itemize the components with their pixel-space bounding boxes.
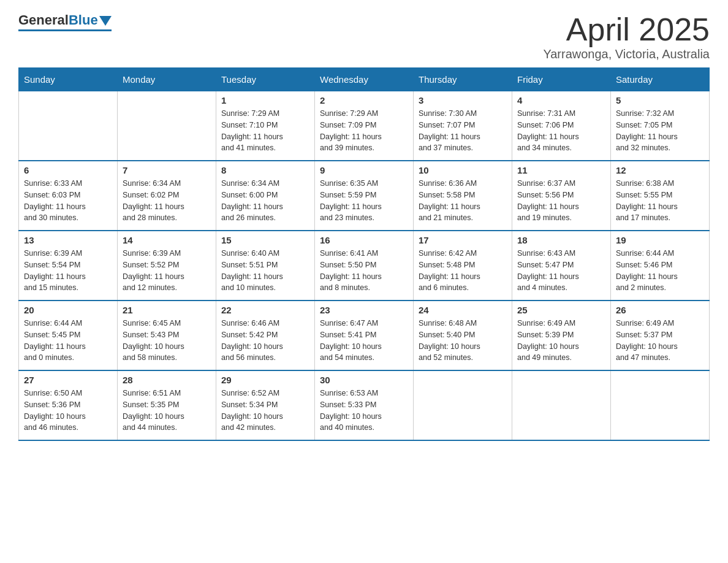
- calendar-cell: 21Sunrise: 6:45 AMSunset: 5:43 PMDayligh…: [118, 301, 216, 370]
- calendar-cell: 28Sunrise: 6:51 AMSunset: 5:35 PMDayligh…: [118, 370, 216, 440]
- day-info: Sunrise: 6:43 AMSunset: 5:47 PMDaylight:…: [517, 248, 605, 294]
- calendar-cell: 17Sunrise: 6:42 AMSunset: 5:48 PMDayligh…: [414, 231, 512, 301]
- calendar-cell: 26Sunrise: 6:49 AMSunset: 5:37 PMDayligh…: [611, 301, 710, 370]
- day-number: 9: [320, 165, 408, 175]
- calendar-cell: 15Sunrise: 6:40 AMSunset: 5:51 PMDayligh…: [216, 231, 315, 301]
- day-info: Sunrise: 6:45 AMSunset: 5:43 PMDaylight:…: [123, 318, 211, 364]
- logo-general: General: [18, 12, 69, 28]
- calendar-cell: 11Sunrise: 6:37 AMSunset: 5:56 PMDayligh…: [512, 161, 611, 231]
- calendar-body: 1Sunrise: 7:29 AMSunset: 7:10 PMDaylight…: [19, 91, 710, 441]
- day-number: 3: [419, 95, 507, 105]
- day-info: Sunrise: 6:36 AMSunset: 5:58 PMDaylight:…: [419, 178, 507, 224]
- calendar-cell: 3Sunrise: 7:30 AMSunset: 7:07 PMDaylight…: [414, 91, 512, 161]
- day-number: 25: [517, 305, 605, 315]
- day-number: 20: [24, 305, 112, 315]
- day-number: 21: [123, 305, 211, 315]
- day-number: 24: [419, 305, 507, 315]
- calendar-cell: [118, 91, 216, 161]
- day-number: 1: [221, 95, 309, 105]
- page-title: April 2025: [543, 12, 710, 47]
- calendar-week-row: 13Sunrise: 6:39 AMSunset: 5:54 PMDayligh…: [19, 231, 710, 301]
- calendar-cell: [611, 370, 710, 440]
- calendar-week-row: 1Sunrise: 7:29 AMSunset: 7:10 PMDaylight…: [19, 91, 710, 161]
- calendar-cell: 10Sunrise: 6:36 AMSunset: 5:58 PMDayligh…: [414, 161, 512, 231]
- calendar-table: SundayMondayTuesdayWednesdayThursdayFrid…: [18, 67, 710, 441]
- calendar-cell: 20Sunrise: 6:44 AMSunset: 5:45 PMDayligh…: [19, 301, 118, 370]
- day-number: 26: [616, 305, 704, 315]
- day-number: 10: [419, 165, 507, 175]
- logo-blue: Blue: [69, 12, 98, 28]
- day-number: 11: [517, 165, 605, 175]
- day-number: 23: [320, 305, 408, 315]
- calendar-cell: 25Sunrise: 6:49 AMSunset: 5:39 PMDayligh…: [512, 301, 611, 370]
- calendar-day-header: Friday: [512, 68, 611, 91]
- calendar-cell: 9Sunrise: 6:35 AMSunset: 5:59 PMDaylight…: [315, 161, 414, 231]
- day-info: Sunrise: 6:42 AMSunset: 5:48 PMDaylight:…: [419, 248, 507, 294]
- calendar-cell: 16Sunrise: 6:41 AMSunset: 5:50 PMDayligh…: [315, 231, 414, 301]
- day-number: 30: [320, 375, 408, 385]
- calendar-cell: 29Sunrise: 6:52 AMSunset: 5:34 PMDayligh…: [216, 370, 315, 440]
- calendar-day-header: Sunday: [19, 68, 118, 91]
- day-number: 29: [221, 375, 309, 385]
- day-info: Sunrise: 6:50 AMSunset: 5:36 PMDaylight:…: [24, 388, 112, 434]
- day-info: Sunrise: 6:41 AMSunset: 5:50 PMDaylight:…: [320, 248, 408, 294]
- calendar-cell: 6Sunrise: 6:33 AMSunset: 6:03 PMDaylight…: [19, 161, 118, 231]
- day-info: Sunrise: 6:35 AMSunset: 5:59 PMDaylight:…: [320, 178, 408, 224]
- day-info: Sunrise: 7:30 AMSunset: 7:07 PMDaylight:…: [419, 108, 507, 154]
- day-info: Sunrise: 6:53 AMSunset: 5:33 PMDaylight:…: [320, 388, 408, 434]
- calendar-cell: [19, 91, 118, 161]
- calendar-cell: 22Sunrise: 6:46 AMSunset: 5:42 PMDayligh…: [216, 301, 315, 370]
- day-info: Sunrise: 6:46 AMSunset: 5:42 PMDaylight:…: [221, 318, 309, 364]
- day-number: 15: [221, 235, 309, 245]
- calendar-day-header: Monday: [118, 68, 216, 91]
- day-info: Sunrise: 6:44 AMSunset: 5:45 PMDaylight:…: [24, 318, 112, 364]
- day-info: Sunrise: 6:34 AMSunset: 6:00 PMDaylight:…: [221, 178, 309, 224]
- calendar-day-header: Thursday: [414, 68, 512, 91]
- day-info: Sunrise: 6:39 AMSunset: 5:52 PMDaylight:…: [123, 248, 211, 294]
- logo-triangle-icon: [99, 16, 112, 26]
- day-number: 22: [221, 305, 309, 315]
- day-number: 28: [123, 375, 211, 385]
- day-number: 7: [123, 165, 211, 175]
- calendar-cell: [414, 370, 512, 440]
- calendar-cell: 30Sunrise: 6:53 AMSunset: 5:33 PMDayligh…: [315, 370, 414, 440]
- day-number: 17: [419, 235, 507, 245]
- calendar-day-header: Tuesday: [216, 68, 315, 91]
- day-number: 27: [24, 375, 112, 385]
- day-number: 2: [320, 95, 408, 105]
- day-info: Sunrise: 6:38 AMSunset: 5:55 PMDaylight:…: [616, 178, 704, 224]
- day-info: Sunrise: 7:29 AMSunset: 7:10 PMDaylight:…: [221, 108, 309, 154]
- calendar-cell: 19Sunrise: 6:44 AMSunset: 5:46 PMDayligh…: [611, 231, 710, 301]
- page-header: GeneralBlue April 2025 Yarrawonga, Victo…: [18, 12, 710, 61]
- day-number: 16: [320, 235, 408, 245]
- day-info: Sunrise: 6:47 AMSunset: 5:41 PMDaylight:…: [320, 318, 408, 364]
- day-number: 13: [24, 235, 112, 245]
- calendar-week-row: 27Sunrise: 6:50 AMSunset: 5:36 PMDayligh…: [19, 370, 710, 440]
- calendar-cell: 24Sunrise: 6:48 AMSunset: 5:40 PMDayligh…: [414, 301, 512, 370]
- day-info: Sunrise: 6:44 AMSunset: 5:46 PMDaylight:…: [616, 248, 704, 294]
- calendar-cell: 18Sunrise: 6:43 AMSunset: 5:47 PMDayligh…: [512, 231, 611, 301]
- logo-underline: [18, 29, 112, 31]
- day-number: 6: [24, 165, 112, 175]
- logo: GeneralBlue: [18, 12, 112, 31]
- calendar-cell: [512, 370, 611, 440]
- day-info: Sunrise: 6:51 AMSunset: 5:35 PMDaylight:…: [123, 388, 211, 434]
- calendar-cell: 1Sunrise: 7:29 AMSunset: 7:10 PMDaylight…: [216, 91, 315, 161]
- day-info: Sunrise: 6:33 AMSunset: 6:03 PMDaylight:…: [24, 178, 112, 224]
- day-info: Sunrise: 6:40 AMSunset: 5:51 PMDaylight:…: [221, 248, 309, 294]
- calendar-header: SundayMondayTuesdayWednesdayThursdayFrid…: [19, 68, 710, 91]
- day-number: 18: [517, 235, 605, 245]
- calendar-cell: 13Sunrise: 6:39 AMSunset: 5:54 PMDayligh…: [19, 231, 118, 301]
- day-number: 8: [221, 165, 309, 175]
- logo-text: GeneralBlue: [18, 12, 112, 28]
- day-info: Sunrise: 6:48 AMSunset: 5:40 PMDaylight:…: [419, 318, 507, 364]
- calendar-week-row: 20Sunrise: 6:44 AMSunset: 5:45 PMDayligh…: [19, 301, 710, 370]
- calendar-cell: 12Sunrise: 6:38 AMSunset: 5:55 PMDayligh…: [611, 161, 710, 231]
- title-block: April 2025 Yarrawonga, Victoria, Austral…: [543, 12, 710, 61]
- day-info: Sunrise: 6:49 AMSunset: 5:37 PMDaylight:…: [616, 318, 704, 364]
- calendar-cell: 8Sunrise: 6:34 AMSunset: 6:00 PMDaylight…: [216, 161, 315, 231]
- day-info: Sunrise: 6:39 AMSunset: 5:54 PMDaylight:…: [24, 248, 112, 294]
- calendar-cell: 4Sunrise: 7:31 AMSunset: 7:06 PMDaylight…: [512, 91, 611, 161]
- day-info: Sunrise: 7:32 AMSunset: 7:05 PMDaylight:…: [616, 108, 704, 154]
- calendar-cell: 14Sunrise: 6:39 AMSunset: 5:52 PMDayligh…: [118, 231, 216, 301]
